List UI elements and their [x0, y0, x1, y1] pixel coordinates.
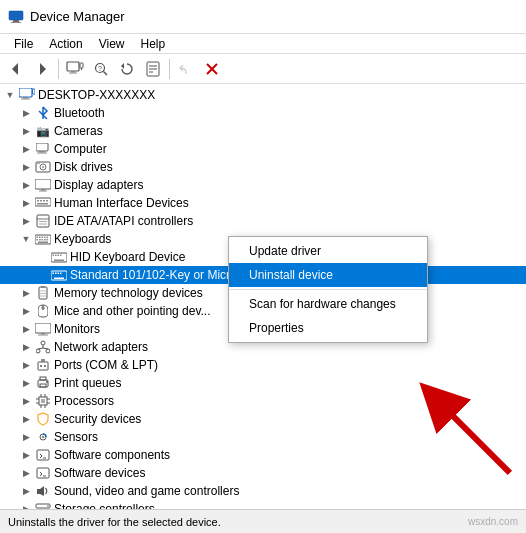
toolbar-separator-2: [169, 59, 170, 79]
tree-item-softwarecomponents[interactable]: ▶ Software components: [0, 446, 526, 464]
svg-rect-51: [39, 239, 41, 241]
svg-rect-67: [54, 277, 64, 279]
security-label: Security devices: [54, 412, 141, 426]
svg-rect-48: [44, 236, 46, 238]
svg-line-11: [104, 71, 108, 75]
hid-keyboard-label: HID Keyboard Device: [70, 250, 185, 264]
menu-view[interactable]: View: [91, 36, 133, 52]
processors-icon: [35, 393, 51, 409]
svg-rect-85: [41, 359, 45, 362]
ports-expand: ▶: [20, 359, 32, 371]
network-icon: [35, 339, 51, 355]
sound-icon: [35, 483, 51, 499]
tree-item-bluetooth[interactable]: ▶ Bluetooth: [0, 104, 526, 122]
tree-item-softwaredevices[interactable]: ▶ Software devices: [0, 464, 526, 482]
svg-text:?: ?: [98, 65, 102, 72]
svg-rect-35: [37, 200, 39, 202]
mice-expand: ▶: [20, 305, 32, 317]
menu-help[interactable]: Help: [133, 36, 174, 52]
softwarecomponents-expand: ▶: [20, 449, 32, 461]
keyboards-label: Keyboards: [54, 232, 111, 246]
tree-item-computer[interactable]: ▶ Computer: [0, 140, 526, 158]
svg-rect-52: [42, 239, 44, 241]
tree-item-sound[interactable]: ▶ Sound, video and game controllers: [0, 482, 526, 500]
context-menu-update-driver[interactable]: Update driver: [229, 239, 427, 263]
tree-item-processors[interactable]: ▶ Processors: [0, 392, 526, 410]
tree-item-cameras[interactable]: ▶ 📷 Cameras: [0, 122, 526, 140]
svg-rect-21: [23, 97, 28, 99]
processors-expand: ▶: [20, 395, 32, 407]
svg-point-103: [42, 436, 44, 438]
tree-item-security[interactable]: ▶ Security devices: [0, 410, 526, 428]
pc-button[interactable]: [63, 57, 87, 81]
rollback-button[interactable]: [174, 57, 198, 81]
ideata-label: IDE ATA/ATAPI controllers: [54, 214, 193, 228]
svg-rect-26: [37, 153, 47, 154]
tree-item-printqueues[interactable]: ▶ Print queues: [0, 374, 526, 392]
processors-label: Processors: [54, 394, 114, 408]
displayadapters-expand: ▶: [20, 179, 32, 191]
tree-item-displayadapters[interactable]: ▶ Display adapters: [0, 176, 526, 194]
svg-point-87: [44, 365, 46, 367]
memtech-label: Memory technology devices: [54, 286, 203, 300]
tree-item-ports[interactable]: ▶ Ports (COM & LPT): [0, 356, 526, 374]
svg-line-82: [38, 348, 43, 349]
cameras-icon: 📷: [35, 123, 51, 139]
monitors-icon: [35, 321, 51, 337]
toolbar: ?: [0, 54, 526, 84]
storage-icon: [35, 501, 51, 509]
hid-expand: ▶: [20, 197, 32, 209]
svg-rect-45: [37, 236, 39, 238]
diskdrives-expand: ▶: [20, 161, 32, 173]
context-menu-uninstall-device[interactable]: Uninstall device: [229, 263, 427, 287]
tree-item-diskdrives[interactable]: ▶ Disk drives: [0, 158, 526, 176]
properties-button[interactable]: [141, 57, 165, 81]
svg-rect-75: [35, 323, 51, 333]
svg-rect-1: [13, 20, 19, 22]
tree-item-sensors[interactable]: ▶ Sensors: [0, 428, 526, 446]
printqueues-icon: [35, 375, 51, 391]
update-button[interactable]: [115, 57, 139, 81]
svg-marker-3: [12, 63, 18, 75]
displayadapters-label: Display adapters: [54, 178, 143, 192]
delete-button[interactable]: [200, 57, 224, 81]
scan-button[interactable]: ?: [89, 57, 113, 81]
svg-rect-76: [41, 333, 45, 335]
svg-rect-39: [37, 203, 48, 205]
context-menu-properties[interactable]: Properties: [229, 316, 427, 340]
svg-marker-13: [121, 63, 124, 69]
menu-action[interactable]: Action: [41, 36, 90, 52]
hid-label: Human Interface Devices: [54, 196, 189, 210]
context-menu: Update driver Uninstall device Scan for …: [228, 236, 428, 343]
watermark: wsxdn.com: [468, 516, 518, 527]
svg-line-83: [43, 348, 48, 349]
svg-rect-64: [55, 272, 57, 274]
svg-point-29: [42, 166, 44, 168]
svg-rect-34: [35, 198, 51, 206]
computer-icon: [19, 87, 35, 103]
toolbar-separator-1: [58, 59, 59, 79]
softwaredevices-label: Software devices: [54, 466, 145, 480]
svg-rect-2: [11, 22, 21, 23]
sound-label: Sound, video and game controllers: [54, 484, 239, 498]
svg-rect-50: [37, 239, 39, 241]
svg-rect-33: [39, 190, 47, 191]
svg-rect-89: [40, 377, 46, 380]
svg-rect-60: [60, 254, 62, 256]
forward-button[interactable]: [30, 57, 54, 81]
svg-rect-84: [38, 362, 48, 370]
softwarecomponents-icon: [35, 447, 51, 463]
storage-label: Storage controllers: [54, 502, 155, 509]
context-menu-scan-hardware[interactable]: Scan for hardware changes: [229, 292, 427, 316]
tree-root-computer[interactable]: ▼ DESKTOP-XXXXXXX: [0, 86, 526, 104]
tree-item-ideata[interactable]: ▶ IDE ATA/ATAPI controllers: [0, 212, 526, 230]
svg-rect-22: [21, 99, 30, 100]
security-icon: [35, 411, 51, 427]
ideata-icon: [35, 213, 51, 229]
back-button[interactable]: [4, 57, 28, 81]
tree-item-storage[interactable]: ▶ Storage controllers: [0, 500, 526, 509]
menu-file[interactable]: File: [6, 36, 41, 52]
svg-rect-63: [53, 272, 55, 274]
tree-item-hid[interactable]: ▶ Human Interface Devices: [0, 194, 526, 212]
computer-label: DESKTOP-XXXXXXX: [38, 88, 155, 102]
